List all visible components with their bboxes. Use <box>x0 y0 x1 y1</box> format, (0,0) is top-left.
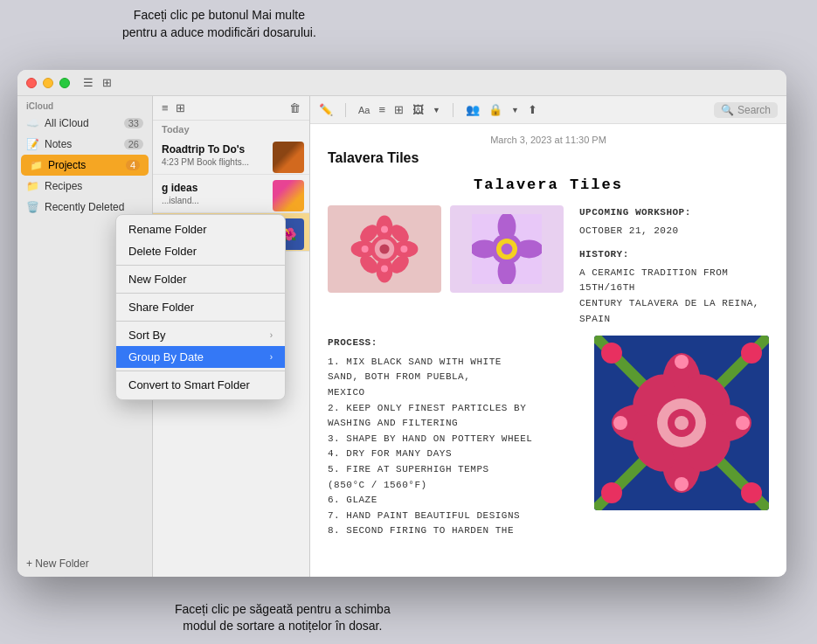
context-menu-divider-3 <box>116 321 285 322</box>
history-text: A CERAMIC TRADITION FROM 15TH/16TH CENTU… <box>579 266 769 327</box>
notes-icon: 📝 <box>26 138 39 150</box>
context-menu-item-label: Sort By <box>128 329 166 342</box>
toolbar-separator-2 <box>453 103 454 117</box>
lock-dropdown-icon[interactable]: ▼ <box>511 106 519 114</box>
annotation-bottom: Faceți clic pe săgeată pentru a schimba … <box>175 601 391 635</box>
recently-deleted-icon: 🗑️ <box>26 201 39 213</box>
svg-point-10 <box>379 244 389 253</box>
all-icloud-icon: ☁️ <box>26 117 39 129</box>
process-section: PROCESS: 1. MIX BLACK SAND WITH WHITE SA… <box>328 336 769 539</box>
sidebar-item-recipes[interactable]: 📁 Recipes <box>17 176 152 197</box>
process-item-2: 2. KEEP ONLY FINEST PARTICLES BY WASHING… <box>328 401 584 432</box>
svg-point-11 <box>381 226 388 233</box>
sidebar-item-label: Recently Deleted <box>45 201 124 213</box>
svg-point-22 <box>502 244 513 255</box>
sidebar-item-label: Recipes <box>45 180 82 192</box>
svg-point-42 <box>675 355 689 369</box>
context-menu-delete-folder[interactable]: Delete Folder <box>116 240 285 262</box>
sidebar-toggle-icon[interactable]: ☰ <box>83 76 93 89</box>
process-item-7: 7. HAND PAINT BEAUTIFUL DESIGNS <box>328 509 584 524</box>
trash-icon[interactable]: 🗑 <box>289 101 301 114</box>
history-label: HISTORY: <box>579 247 769 263</box>
minimize-button[interactable] <box>43 78 53 88</box>
context-menu-rename-folder[interactable]: Rename Folder <box>116 218 285 240</box>
title-bar: ☰ ⊞ <box>17 70 786 96</box>
context-menu-item-label: Rename Folder <box>128 223 207 236</box>
note-editor[interactable]: March 3, 2023 at 11:30 PM Talavera Tiles… <box>310 124 786 577</box>
note-thumbnail <box>273 142 304 173</box>
submenu-arrow-icon: › <box>270 352 273 362</box>
process-item-5: 5. FIRE AT SUPERHIGH TEMPS (850°C / 1560… <box>328 462 584 493</box>
format-text-icon[interactable]: Aa <box>358 105 370 115</box>
thumbnail-image <box>273 142 304 173</box>
close-button[interactable] <box>26 78 37 88</box>
annotation-top: Faceți clic pe butonul Mai multe pentru … <box>122 7 316 41</box>
lock-icon[interactable]: 🔒 <box>488 103 502 116</box>
note-item-roadtrip[interactable]: Roadtrip To Do's 4:23 PM Book flights... <box>153 136 309 175</box>
sidebar-item-count: 33 <box>124 118 143 128</box>
title-bar-icons: ☰ ⊞ <box>83 76 112 89</box>
note-handwritten-title: Talavera Tiles <box>328 177 769 193</box>
note-editor-title: Talavera Tiles <box>328 150 769 166</box>
sidebar-section-label: iCloud <box>17 96 152 113</box>
talavera-image-1 <box>328 205 441 293</box>
context-menu-new-folder[interactable]: New Folder <box>116 268 285 290</box>
context-menu-item-label: Share Folder <box>128 301 194 314</box>
recipes-icon: 📁 <box>26 180 39 192</box>
svg-point-37 <box>675 416 689 430</box>
sidebar-item-count: 26 <box>124 139 143 149</box>
projects-icon: 📁 <box>30 159 43 171</box>
context-menu-convert-smart[interactable]: Convert to Smart Folder <box>116 374 285 396</box>
workshop-label: UPCOMING WORKSHOP: <box>579 205 769 221</box>
app-body: iCloud ☁️ All iCloud 33 📝 Notes 26 📁 Pro… <box>17 96 786 577</box>
svg-point-38 <box>601 343 622 364</box>
layout-icon[interactable]: ⊞ <box>102 76 112 89</box>
svg-point-40 <box>601 482 622 503</box>
context-menu-sort-by[interactable]: Sort By › <box>116 324 285 346</box>
note-item-colorful[interactable]: g ideas ...island... <box>153 175 309 213</box>
checklist-icon[interactable]: ≡ <box>378 103 385 116</box>
search-icon: 🔍 <box>721 104 734 116</box>
maximize-button[interactable] <box>59 78 70 88</box>
sidebar-item-notes[interactable]: 📝 Notes 26 <box>17 134 152 155</box>
svg-point-13 <box>362 246 369 253</box>
process-item-3: 3. SHAPE BY HAND ON POTTERY WHEEL <box>328 432 584 447</box>
list-view-icon[interactable]: ≡ <box>162 101 169 114</box>
context-menu-divider-4 <box>116 370 285 371</box>
context-menu-divider <box>116 265 285 266</box>
context-menu-item-label: Group By Date <box>128 350 204 364</box>
svg-point-43 <box>675 477 689 491</box>
context-menu-share-folder[interactable]: Share Folder <box>116 296 285 318</box>
thumbnail-image <box>273 180 304 211</box>
share-people-icon[interactable]: 👥 <box>466 103 480 116</box>
new-folder-button[interactable]: + New Folder <box>17 551 152 577</box>
compose-icon[interactable]: ✏️ <box>319 103 333 116</box>
note-toolbar: ✏️ Aa ≡ ⊞ 🖼 ▼ 👥 🔒 ▼ ⬆ 🔍 Search <box>310 96 786 124</box>
search-bar[interactable]: 🔍 Search <box>714 102 778 118</box>
process-item-6: 6. GLAZE <box>328 493 584 509</box>
sidebar-item-projects[interactable]: 📁 Projects 4 <box>21 155 149 176</box>
svg-point-45 <box>736 416 750 430</box>
svg-point-14 <box>400 246 407 253</box>
context-menu: Rename Folder Delete Folder New Folder S… <box>115 214 286 400</box>
sidebar-item-label: Projects <box>48 159 86 171</box>
talavera-image-2 <box>450 205 564 293</box>
sidebar-item-all-icloud[interactable]: ☁️ All iCloud 33 <box>17 113 152 134</box>
table-icon[interactable]: ⊞ <box>394 103 404 116</box>
process-item-1: 1. MIX BLACK SAND WITH WHITE SAND, BOTH … <box>328 355 584 401</box>
note-thumbnail <box>273 180 304 211</box>
note-date: March 3, 2023 at 11:30 PM <box>328 135 769 145</box>
media-icon[interactable]: 🖼 <box>412 103 424 116</box>
svg-point-41 <box>741 482 762 503</box>
context-menu-group-by-date[interactable]: Group By Date › <box>116 346 285 368</box>
submenu-arrow-icon: › <box>270 330 273 340</box>
share-icon[interactable]: ⬆ <box>528 103 537 116</box>
svg-point-12 <box>381 265 388 272</box>
context-menu-item-label: New Folder <box>128 273 186 286</box>
note-content-area: ✏️ Aa ≡ ⊞ 🖼 ▼ 👥 🔒 ▼ ⬆ 🔍 Search March 3 <box>310 96 786 577</box>
svg-point-44 <box>613 416 627 430</box>
grid-view-icon[interactable]: ⊞ <box>176 101 185 114</box>
svg-point-39 <box>741 343 762 364</box>
dropdown-arrow-icon[interactable]: ▼ <box>433 106 440 114</box>
notes-list-header: ≡ ⊞ 🗑 <box>153 96 309 121</box>
